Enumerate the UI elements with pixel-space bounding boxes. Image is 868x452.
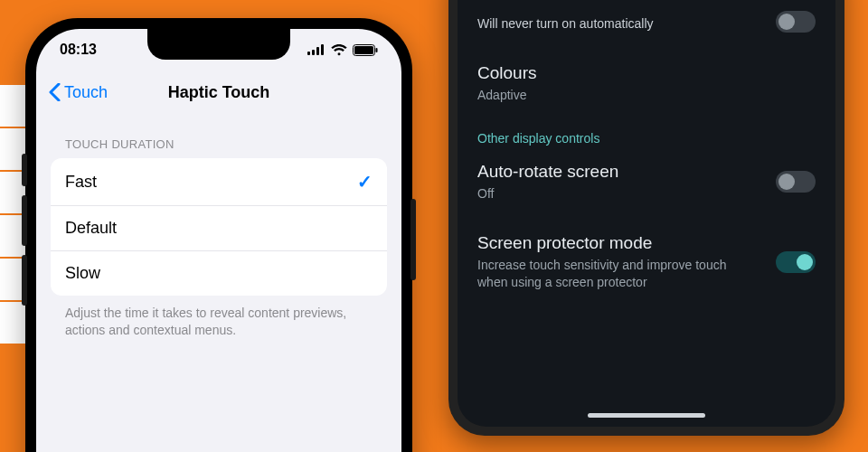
- toggle-screen-protector[interactable]: [776, 251, 816, 273]
- option-label: Fast: [65, 173, 97, 192]
- setting-title: Auto-rotate screen: [477, 162, 618, 182]
- setting-row-colours[interactable]: Colours Adaptive: [477, 47, 816, 118]
- checkmark-icon: ✓: [357, 171, 373, 193]
- back-button[interactable]: Touch: [49, 83, 108, 102]
- option-fast[interactable]: Fast ✓: [51, 158, 387, 206]
- setting-subtitle: Off: [477, 185, 618, 202]
- android-frame: Will never turn on automatically Colours…: [448, 0, 844, 436]
- chevron-left-icon: [49, 83, 61, 101]
- settings-content: TOUCH DURATION Fast ✓ Default Slow Adjus…: [36, 128, 401, 339]
- setting-row-partial[interactable]: Will never turn on automatically: [477, 0, 816, 47]
- touch-duration-list: Fast ✓ Default Slow: [51, 158, 387, 296]
- mute-switch: [22, 154, 27, 186]
- svg-rect-1: [312, 50, 315, 55]
- status-time: 08:13: [60, 42, 97, 58]
- svg-rect-5: [354, 46, 373, 54]
- cellular-icon: [307, 44, 326, 55]
- option-label: Default: [65, 219, 117, 238]
- setting-subtitle: Adaptive: [477, 87, 758, 104]
- nav-bar: Touch Haptic Touch: [36, 71, 401, 114]
- option-slow[interactable]: Slow: [51, 251, 387, 296]
- svg-rect-6: [376, 48, 378, 52]
- setting-title: Colours: [477, 63, 816, 83]
- toggle-auto-rotate[interactable]: [776, 171, 816, 193]
- setting-row-auto-rotate[interactable]: Auto-rotate screen Off: [477, 146, 816, 217]
- battery-icon: [353, 44, 378, 56]
- option-label: Slow: [65, 264, 100, 283]
- notch: [147, 29, 290, 60]
- svg-rect-2: [316, 47, 319, 55]
- svg-rect-0: [307, 52, 310, 55]
- toggle-partial[interactable]: [776, 11, 816, 33]
- wifi-icon: [331, 44, 347, 56]
- power-button: [410, 199, 416, 280]
- setting-subtitle: Will never turn on automatically: [477, 15, 654, 33]
- option-default[interactable]: Default: [51, 206, 387, 251]
- setting-title: Screen protector mode: [477, 233, 758, 253]
- iphone-screen: 08:13 Touch Haptic Touch TOUCH DURATION …: [36, 29, 401, 452]
- gesture-nav-bar[interactable]: [588, 413, 705, 418]
- setting-row-screen-protector[interactable]: Screen protector mode Increase touch sen…: [477, 217, 816, 306]
- status-icons: [307, 44, 378, 56]
- setting-subtitle: Increase touch sensitivity and improve t…: [477, 257, 758, 291]
- section-footer: Adjust the time it takes to reveal conte…: [51, 296, 387, 339]
- android-screen: Will never turn on automatically Colours…: [458, 0, 835, 427]
- iphone-frame: 08:13 Touch Haptic Touch TOUCH DURATION …: [25, 18, 412, 452]
- volume-down-button: [22, 255, 27, 306]
- volume-up-button: [22, 195, 27, 246]
- section-header: TOUCH DURATION: [51, 128, 387, 158]
- back-label: Touch: [64, 83, 108, 102]
- section-label: Other display controls: [477, 118, 816, 146]
- svg-rect-3: [321, 44, 324, 55]
